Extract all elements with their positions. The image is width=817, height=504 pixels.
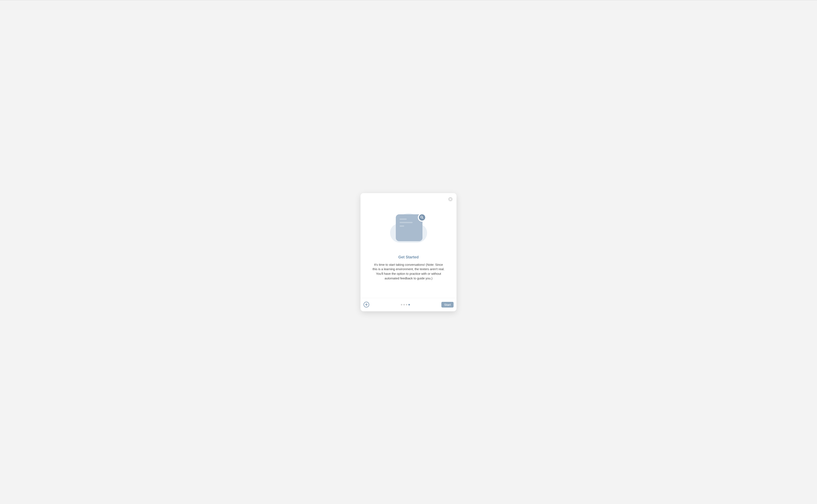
onboarding-modal: Get Started It's time to start taking co… [361, 193, 456, 311]
pagination-dot-4[interactable] [408, 304, 410, 305]
search-badge-inner [419, 214, 425, 221]
note-line [400, 222, 413, 223]
note-line [400, 219, 407, 220]
modal-content: Get Started It's time to start taking co… [361, 193, 456, 298]
start-button[interactable]: Start [441, 302, 454, 308]
note-line [400, 225, 404, 227]
pagination-dot-1[interactable] [401, 304, 402, 305]
back-button[interactable] [363, 302, 369, 308]
close-button[interactable] [448, 197, 453, 202]
modal-heading: Get Started [398, 255, 419, 259]
get-started-illustration [390, 212, 427, 244]
arrow-left-circle-icon [363, 302, 369, 308]
pagination-dots [401, 304, 410, 305]
pagination-dot-2[interactable] [403, 304, 405, 305]
search-icon [420, 216, 424, 219]
close-icon [448, 197, 453, 202]
svg-line-2 [422, 218, 423, 219]
search-badge [418, 213, 426, 222]
pagination-dot-3[interactable] [406, 304, 407, 305]
modal-body-text: It's time to start taking conversations!… [361, 262, 456, 281]
modal-footer: Start [361, 298, 456, 311]
